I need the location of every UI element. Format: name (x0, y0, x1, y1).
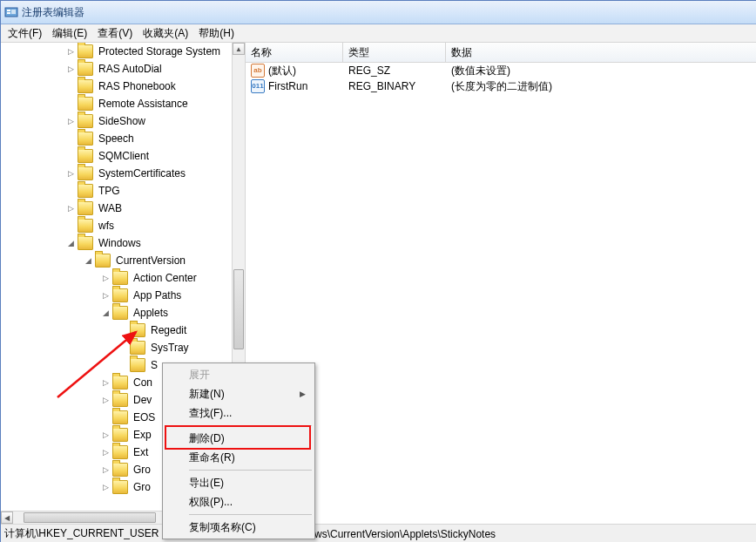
list-row[interactable]: ab(默认)REG_SZ(数值未设置) (246, 63, 756, 78)
tree-node-action-center[interactable]: ▷Action Center (1, 269, 233, 287)
folder-icon (95, 254, 111, 268)
menu-item-重命名R[interactable]: 重命名(R) (165, 448, 313, 467)
expand-icon[interactable]: ▷ (65, 116, 76, 126)
menu-item-label: 新建(N) (189, 387, 225, 402)
tree-node-label: Speech (97, 132, 136, 145)
tree-node-label: wfs (97, 220, 116, 232)
value-name: (默认) (268, 64, 296, 78)
tree-node-wfs[interactable]: ▷wfs (1, 217, 233, 234)
expand-icon[interactable]: ▷ (100, 464, 111, 475)
tree-node-label: EOS (132, 411, 157, 423)
scroll-left-button[interactable]: ◀ (1, 512, 13, 524)
binary-value-icon: 011 (251, 79, 265, 93)
col-name[interactable]: 名称 (246, 43, 343, 62)
tree-node-systemcertificates[interactable]: ▷SystemCertificates (1, 165, 233, 182)
list-pane: 名称 类型 数据 ab(默认)REG_SZ(数值未设置)011FirstRunR… (246, 43, 756, 524)
expand-icon[interactable]: ▷ (100, 430, 111, 440)
menu-item-复制项名称C[interactable]: 复制项名称(C) (165, 518, 313, 537)
tree-node-label: SystemCertificates (97, 167, 187, 180)
tree-node-label: Con (132, 376, 154, 389)
context-menu[interactable]: 展开新建(N)▶查找(F)...删除(D)重命名(R)导出(E)权限(P)...… (162, 362, 315, 539)
folder-icon (112, 410, 128, 424)
folder-icon (78, 219, 93, 233)
tree-node-label: RAS AutoDial (97, 63, 164, 75)
tree-node-label: S (149, 359, 159, 371)
tree-node-label: CurrentVersion (114, 254, 187, 267)
string-value-icon: ab (251, 64, 265, 78)
list-row[interactable]: 011FirstRunREG_BINARY(长度为零的二进制值) (246, 78, 756, 94)
menu-item-导出E[interactable]: 导出(E) (165, 473, 313, 492)
folder-icon (130, 323, 145, 337)
tree-vscroll-thumb[interactable] (233, 269, 244, 349)
menu-edit[interactable]: 编辑(E) (47, 25, 92, 42)
menu-fav[interactable]: 收藏夹(A) (138, 25, 193, 42)
tree-node-ras-phonebook[interactable]: ▷RAS Phonebook (1, 78, 233, 95)
folder-icon (78, 166, 93, 180)
folder-icon (78, 184, 93, 198)
col-type[interactable]: 类型 (343, 43, 446, 62)
tree-node-sideshow[interactable]: ▷SideShow (1, 112, 233, 130)
scroll-up-button[interactable]: ▲ (233, 43, 245, 55)
tree-node-label: Ext (132, 446, 150, 458)
list-body[interactable]: ab(默认)REG_SZ(数值未设置)011FirstRunREG_BINARY… (246, 63, 756, 524)
folder-icon (112, 393, 128, 407)
tree-node-applets[interactable]: ◢Applets (1, 304, 233, 322)
tree-node-label: Gro (132, 481, 152, 493)
expand-icon[interactable]: ▷ (65, 46, 76, 57)
tree-node-tpg[interactable]: ▷TPG (1, 182, 233, 200)
menu-view[interactable]: 查看(V) (92, 25, 138, 42)
expand-icon[interactable]: ▷ (65, 64, 76, 74)
menubar: 文件(F) 编辑(E) 查看(V) 收藏夹(A) 帮助(H) (1, 24, 756, 43)
folder-icon (130, 341, 145, 355)
expand-icon[interactable]: ▷ (100, 482, 111, 492)
folder-icon (78, 132, 93, 146)
menu-help[interactable]: 帮助(H) (193, 25, 240, 42)
expand-icon[interactable]: ▷ (100, 395, 111, 405)
content: ▷Protected Storage System▷RAS AutoDial▷R… (1, 43, 756, 524)
svg-rect-3 (11, 10, 16, 14)
submenu-arrow-icon: ▶ (300, 390, 306, 398)
tree-node-currentversion[interactable]: ◢CurrentVersion (1, 252, 233, 269)
expand-icon[interactable]: ▷ (100, 447, 111, 457)
menu-separator (189, 470, 312, 471)
tree-node-windows[interactable]: ◢Windows (1, 234, 233, 252)
menu-file[interactable]: 文件(F) (3, 25, 47, 42)
tree-node-systray[interactable]: ▷SysTray (1, 339, 233, 356)
collapse-icon[interactable]: ◢ (100, 308, 111, 318)
tree-node-label: TPG (97, 185, 122, 197)
tree-node-speech[interactable]: ▷Speech (1, 130, 233, 147)
titlebar[interactable]: 注册表编辑器 (1, 1, 756, 24)
collapse-icon[interactable]: ◢ (65, 238, 76, 248)
col-data[interactable]: 数据 (446, 43, 756, 62)
expand-icon[interactable]: ▷ (100, 273, 111, 283)
expand-icon[interactable]: ▷ (100, 377, 111, 388)
status-path-left: 计算机\HKEY_CURRENT_USER (4, 526, 159, 541)
tree-node-sqmclient[interactable]: ▷SQMClient (1, 147, 233, 165)
tree-node-app-paths[interactable]: ▷App Paths (1, 287, 233, 304)
expand-icon[interactable]: ▷ (65, 168, 76, 179)
tree-node-protected-storage-system[interactable]: ▷Protected Storage System (1, 43, 233, 60)
svg-rect-2 (7, 12, 10, 14)
tree-node-wab[interactable]: ▷WAB (1, 200, 233, 217)
tree-node-remote-assistance[interactable]: ▷Remote Assistance (1, 95, 233, 112)
value-data: (长度为零的二进制值) (446, 79, 756, 94)
expand-icon[interactable]: ▷ (65, 203, 76, 213)
menu-item-权限P[interactable]: 权限(P)... (165, 492, 313, 512)
tree-node-ras-autodial[interactable]: ▷RAS AutoDial (1, 60, 233, 78)
tree-node-label: Dev (132, 394, 153, 406)
value-type: REG_SZ (343, 64, 446, 77)
value-data: (数值未设置) (446, 64, 756, 78)
tree-node-label: Action Center (132, 272, 199, 284)
folder-icon (78, 79, 93, 93)
tree-node-regedit[interactable]: ▷Regedit (1, 322, 233, 339)
menu-item-删除D[interactable]: 删除(D) (165, 429, 313, 448)
tree-node-label: Windows (97, 237, 143, 249)
menu-item-新建N[interactable]: 新建(N)▶ (165, 384, 313, 403)
list-header[interactable]: 名称 类型 数据 (246, 43, 756, 63)
folder-icon (112, 480, 128, 494)
expand-icon[interactable]: ▷ (100, 290, 111, 301)
folder-icon (112, 288, 128, 302)
tree-hscroll-thumb[interactable] (24, 512, 156, 523)
menu-item-查找F[interactable]: 查找(F)... (165, 403, 313, 423)
collapse-icon[interactable]: ◢ (83, 255, 93, 266)
